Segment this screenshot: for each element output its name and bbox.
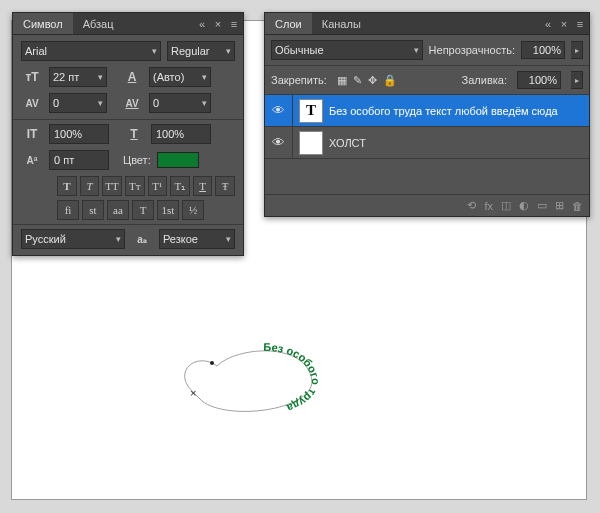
opacity-input[interactable]: 100% — [521, 41, 565, 59]
lock-label: Закрепить: — [271, 74, 327, 86]
close-icon[interactable]: × — [213, 19, 223, 29]
svg-text:Без особого труда: Без особого труда — [263, 341, 322, 415]
layer-row[interactable]: 👁TБез особого труда текст любой введём с… — [265, 95, 589, 127]
tab-layers[interactable]: Слои — [265, 13, 312, 34]
opacity-label: Непрозрачность: — [429, 44, 515, 56]
kerning-input[interactable]: 0▾ — [49, 93, 107, 113]
color-label: Цвет: — [123, 154, 151, 166]
tracking-input[interactable]: 0▾ — [149, 93, 211, 113]
lig4-button[interactable]: T — [132, 200, 154, 220]
text-on-path[interactable]: Без особого труда × — [172, 341, 332, 421]
layer-thumbnail[interactable] — [299, 131, 323, 155]
panel-header: Слои Каналы « × ≡ — [265, 13, 589, 35]
visibility-icon[interactable]: 👁 — [265, 127, 293, 158]
antialias-select[interactable]: Резкое▾ — [159, 229, 235, 249]
superscript-button[interactable]: T¹ — [148, 176, 168, 196]
fx-icon[interactable]: fx — [484, 200, 493, 212]
color-swatch[interactable] — [157, 152, 199, 168]
font-size-input[interactable]: 22 пт▾ — [49, 67, 107, 87]
antialias-icon: aₐ — [131, 229, 153, 249]
menu-icon[interactable]: ≡ — [575, 19, 585, 29]
group-icon[interactable]: ▭ — [537, 199, 547, 212]
tracking-icon: AV — [121, 93, 143, 113]
link-icon[interactable]: ⟲ — [467, 199, 476, 212]
close-icon[interactable]: × — [559, 19, 569, 29]
lig2-button[interactable]: st — [82, 200, 104, 220]
smallcaps-button[interactable]: Tт — [125, 176, 145, 196]
panel-header: Символ Абзац « × ≡ — [13, 13, 243, 35]
kerning-icon: AV — [21, 93, 43, 113]
fill-dropdown[interactable]: ▸ — [571, 71, 583, 89]
mask-icon[interactable]: ◫ — [501, 199, 511, 212]
opacity-dropdown[interactable]: ▸ — [571, 41, 583, 59]
lig6-button[interactable]: ½ — [182, 200, 204, 220]
fill-input[interactable]: 100% — [517, 71, 561, 89]
collapse-icon[interactable]: « — [197, 19, 207, 29]
layer-name: ХОЛСТ — [329, 137, 589, 149]
hscale-icon: T — [123, 124, 145, 144]
font-style-select[interactable]: Regular▾ — [167, 41, 235, 61]
leading-icon: A — [121, 67, 143, 87]
tab-paragraph[interactable]: Абзац — [73, 13, 124, 34]
strike-button[interactable]: Ŧ — [215, 176, 235, 196]
baseline-icon: Aª — [21, 150, 43, 170]
text-style-buttons: T T TT Tт T¹ T₁ T Ŧ — [57, 176, 235, 196]
lig3-button[interactable]: aa — [107, 200, 129, 220]
leading-input[interactable]: (Авто)▾ — [149, 67, 211, 87]
layer-name: Без особого труда текст любой введём сюд… — [329, 105, 589, 117]
bold-button[interactable]: T — [57, 176, 77, 196]
blend-mode-select[interactable]: Обычные▾ — [271, 40, 423, 60]
layer-thumbnail[interactable]: T — [299, 99, 323, 123]
layers-footer: ⟲ fx ◫ ◐ ▭ ⊞ 🗑 — [265, 194, 589, 216]
language-select[interactable]: Русский▾ — [21, 229, 125, 249]
adjustment-icon[interactable]: ◐ — [519, 199, 529, 212]
layer-row[interactable]: 👁ХОЛСТ — [265, 127, 589, 159]
lock-transparent-icon[interactable]: ▦ — [337, 74, 347, 87]
font-family-select[interactable]: Arial▾ — [21, 41, 161, 61]
trash-icon[interactable]: 🗑 — [572, 200, 583, 212]
menu-icon[interactable]: ≡ — [229, 19, 239, 29]
new-layer-icon[interactable]: ⊞ — [555, 199, 564, 212]
character-panel: Символ Абзац « × ≡ Arial▾ Regular▾ тТ 22… — [12, 12, 244, 256]
fill-label: Заливка: — [462, 74, 507, 86]
italic-button[interactable]: T — [80, 176, 100, 196]
collapse-icon[interactable]: « — [543, 19, 553, 29]
tab-symbol[interactable]: Символ — [13, 13, 73, 34]
allcaps-button[interactable]: TT — [102, 176, 122, 196]
lock-all-icon[interactable]: 🔒 — [383, 74, 397, 87]
svg-text:×: × — [190, 387, 196, 399]
tab-channels[interactable]: Каналы — [312, 13, 371, 34]
lig5-button[interactable]: 1st — [157, 200, 179, 220]
hscale-input[interactable]: 100% — [151, 124, 211, 144]
layers-panel: Слои Каналы « × ≡ Обычные▾ Непрозрачност… — [264, 12, 590, 217]
baseline-input[interactable]: 0 пт — [49, 150, 109, 170]
layer-list: 👁TБез особого труда текст любой введём с… — [265, 95, 589, 159]
underline-button[interactable]: T — [193, 176, 213, 196]
svg-point-2 — [210, 361, 214, 365]
lig1-button[interactable]: fi — [57, 200, 79, 220]
lock-position-icon[interactable]: ✥ — [368, 74, 377, 87]
visibility-icon[interactable]: 👁 — [265, 95, 293, 126]
lock-paint-icon[interactable]: ✎ — [353, 74, 362, 87]
subscript-button[interactable]: T₁ — [170, 176, 190, 196]
vscale-input[interactable]: 100% — [49, 124, 109, 144]
vscale-icon: IT — [21, 124, 43, 144]
font-size-icon: тТ — [21, 67, 43, 87]
